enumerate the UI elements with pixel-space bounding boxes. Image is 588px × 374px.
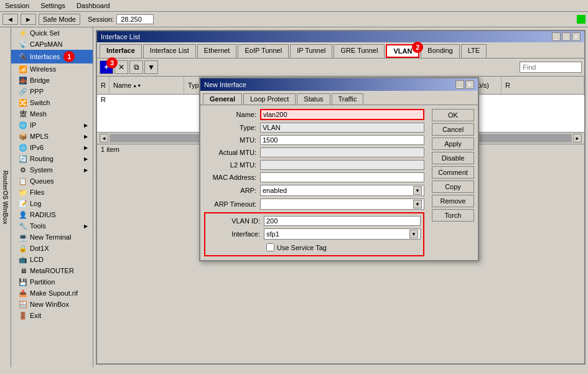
arp-timeout-select[interactable]: ▼ — [260, 199, 424, 210]
dialog-minimize[interactable]: _ — [455, 80, 464, 89]
sidebar-item-metarouter[interactable]: 🖥 MetaROUTER — [11, 265, 93, 276]
vlan-interface-field-row: Interface: sfp1 ▼ — [208, 228, 421, 240]
torch-button[interactable]: Torch — [432, 209, 474, 222]
col-r[interactable]: R — [97, 77, 110, 94]
sidebar-item-label: Exit — [30, 312, 41, 319]
comment-button[interactable]: Comment — [432, 166, 474, 179]
tab-interface[interactable]: Interface — [100, 44, 142, 58]
mtu-field-row: MTU: — [204, 135, 424, 145]
sidebar-item-queues[interactable]: 📋 Queues — [11, 175, 93, 187]
vlan-id-input[interactable] — [264, 216, 421, 226]
scroll-left[interactable]: ◄ — [100, 134, 108, 143]
sidebar-item-label: Make Supout.rif — [30, 289, 78, 297]
apply-button[interactable]: Apply — [432, 138, 474, 150]
arp-select[interactable]: enabled ▼ — [260, 185, 424, 196]
dialog-tab-loop-protect[interactable]: Loop Protect — [243, 93, 296, 105]
arp-timeout-dropdown-arrow[interactable]: ▼ — [413, 200, 422, 208]
scroll-right[interactable]: ► — [573, 134, 582, 143]
sidebar-item-label: Quick Set — [30, 29, 60, 37]
dialog-tab-traffic[interactable]: Traffic — [332, 93, 364, 105]
wireless-icon: 📶 — [19, 65, 27, 73]
sidebar-item-lcd[interactable]: 📺 LCD — [11, 254, 93, 265]
tab-vlan[interactable]: VLAN 2 — [386, 44, 419, 58]
bridge-icon: 🌉 — [19, 76, 27, 85]
use-service-tag-checkbox[interactable] — [266, 243, 274, 251]
sidebar-item-label: Dot1X — [30, 245, 49, 252]
sidebar-item-capsman[interactable]: 📡 CAPsMAN — [11, 39, 93, 50]
sidebar-item-ipv6[interactable]: 🌐 IPv6 — [11, 142, 93, 153]
sidebar-item-radius[interactable]: 👤 RADIUS — [11, 209, 93, 220]
sidebar-item-files[interactable]: 📁 Files — [11, 187, 93, 198]
menu-session[interactable]: Session — [2, 1, 32, 10]
sidebar-item-label: Mesh — [30, 110, 47, 118]
sidebar-item-ip[interactable]: 🌐 IP — [11, 119, 93, 131]
add-button[interactable]: + 3 — [100, 60, 113, 74]
find-input[interactable] — [520, 62, 582, 73]
tab-interface-list[interactable]: Interface List — [143, 44, 196, 58]
filter-button[interactable]: ▼ — [144, 60, 158, 74]
arp-label: ARP: — [204, 187, 260, 194]
tab-ip-tunnel[interactable]: IP Tunnel — [290, 44, 332, 58]
supout-icon: 📤 — [19, 289, 27, 297]
tab-lte[interactable]: LTE — [461, 44, 487, 58]
tab-bonding[interactable]: Bonding — [421, 44, 459, 58]
close-button[interactable]: ✕ — [572, 32, 581, 41]
sidebar-item-system[interactable]: ⚙ System — [11, 164, 93, 175]
mac-input[interactable] — [260, 172, 424, 182]
dialog-tab-status[interactable]: Status — [297, 93, 330, 105]
forward-button[interactable]: ► — [21, 14, 36, 25]
tab-gre-tunnel[interactable]: GRE Tunnel — [334, 44, 385, 58]
sidebar-item-exit[interactable]: 🚪 Exit — [11, 310, 93, 321]
tab-ethernet[interactable]: Ethernet — [197, 44, 237, 58]
tab-eoip-tunnel[interactable]: EoIP Tunnel — [238, 44, 289, 58]
arp-dropdown-arrow[interactable]: ▼ — [413, 186, 422, 195]
minimize-button[interactable]: _ — [552, 32, 561, 41]
sidebar-item-wireless[interactable]: 📶 Wireless — [11, 63, 93, 75]
switch-icon: 🔀 — [19, 98, 27, 107]
safemode-button[interactable]: Safe Mode — [39, 14, 80, 25]
back-button[interactable]: ◄ — [2, 14, 18, 25]
sidebar-item-new-terminal[interactable]: 💻 New Terminal — [11, 231, 93, 243]
sidebar-item-mpls[interactable]: 📦 MPLS — [11, 131, 93, 142]
dialog-tab-general[interactable]: General — [203, 93, 242, 105]
sidebar-item-tools[interactable]: 🔧 Tools — [11, 220, 93, 231]
copy-button[interactable]: ⧉ — [129, 60, 143, 74]
dialog-close[interactable]: ✕ — [465, 80, 474, 89]
sidebar-item-switch[interactable]: 🔀 Switch — [11, 97, 93, 108]
vlan-id-label: VLAN ID: — [208, 217, 264, 225]
session-value: 28.250 — [116, 14, 154, 24]
ok-button[interactable]: OK — [432, 109, 474, 121]
badge-1: 1 — [63, 51, 75, 62]
sidebar-item-interfaces[interactable]: 🔌 Interfaces 1 — [11, 50, 93, 63]
sidebar-item-routing[interactable]: 🔄 Routing — [11, 153, 93, 164]
copy-dialog-button[interactable]: Copy — [432, 180, 474, 193]
sidebar-item-dot1x[interactable]: 🔒 Dot1X — [11, 243, 93, 254]
mtu-input[interactable] — [260, 135, 424, 145]
sidebar-item-bridge[interactable]: 🌉 Bridge — [11, 75, 93, 86]
name-input[interactable] — [260, 109, 424, 120]
menu-settings[interactable]: Settings — [38, 1, 68, 10]
restore-button[interactable]: □ — [562, 32, 571, 41]
sidebar-item-label: PPP — [30, 88, 44, 95]
mtu-label: MTU: — [204, 136, 260, 144]
sidebar-item-mesh[interactable]: 🕸 Mesh — [11, 108, 93, 119]
sidebar-item-make-supout[interactable]: 📤 Make Supout.rif — [11, 288, 93, 299]
session-label: Session: — [88, 16, 114, 23]
sidebar-item-partition[interactable]: 💾 Partition — [11, 276, 93, 288]
dialog-form: Name: Type: MTU: — [200, 105, 428, 260]
cancel-button[interactable]: Cancel — [432, 123, 474, 136]
col-r2[interactable]: R — [502, 77, 584, 94]
sidebar-item-new-winbox[interactable]: 🪟 New WinBox — [11, 299, 93, 310]
vlan-interface-select[interactable]: sfp1 ▼ — [264, 228, 421, 240]
sidebar-item-label: Tools — [30, 222, 46, 230]
menu-dashboard[interactable]: Dashboard — [74, 1, 113, 10]
sidebar-item-log[interactable]: 📝 Log — [11, 198, 93, 209]
disable-button[interactable]: Disable — [432, 152, 474, 164]
col-name[interactable]: Name ▲▼ — [110, 77, 184, 94]
vlan-interface-arrow[interactable]: ▼ — [409, 230, 418, 238]
sidebar-item-ppp[interactable]: 🔗 PPP — [11, 86, 93, 97]
sidebar-item-quick-set[interactable]: ⚡ Quick Set — [11, 27, 93, 39]
remove-button[interactable]: Remove — [432, 195, 474, 207]
type-input — [260, 123, 424, 133]
system-icon: ⚙ — [19, 166, 27, 174]
